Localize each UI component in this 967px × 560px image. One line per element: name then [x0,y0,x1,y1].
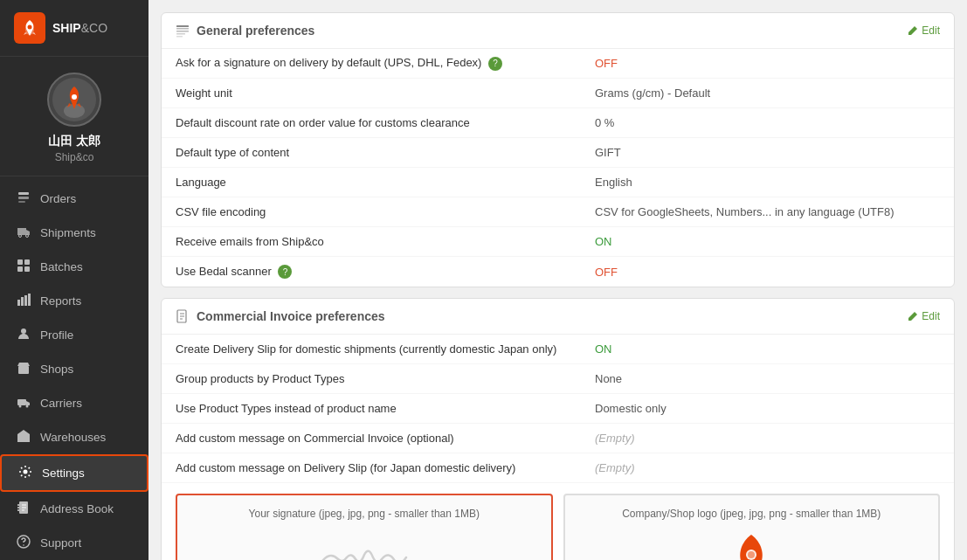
pref-value: Domestic only [595,402,940,415]
svg-rect-16 [24,295,27,306]
svg-rect-39 [176,33,185,35]
sidebar-item-label: Settings [42,467,85,480]
svg-rect-24 [21,437,26,442]
signature-upload-box[interactable]: Your signature (jpeg, jpg, png - smaller… [176,494,553,560]
main-content: General preferences Edit Ask for a signa… [149,0,967,560]
pref-value: GIFT [595,146,940,159]
sidebar-item-shops[interactable]: Shops [0,352,149,386]
pref-row: Create Delivery Slip for domestic shipme… [162,335,954,364]
sidebar-item-label: Support [40,536,81,550]
pencil-icon [908,25,918,36]
svg-rect-12 [17,266,23,272]
sidebar-item-label: Orders [40,192,76,205]
sidebar-item-orders[interactable]: Orders [0,182,149,216]
pencil-icon [908,311,918,321]
pref-value: 0 % [595,116,940,129]
pref-row: Default discount rate on order value for… [162,108,954,138]
svg-rect-13 [24,266,30,272]
avatar [47,73,101,127]
commercial-prefs-title: Commercial Invoice preferences [176,309,385,323]
company-logo-image [725,530,777,560]
sidebar-item-profile[interactable]: Profile [0,318,149,352]
signature-label: Your signature (jpeg, jpg, png - smaller… [249,508,480,520]
help-badge[interactable]: ? [278,265,292,279]
pref-row: Use Bedal scanner ? OFF [162,257,954,287]
svg-rect-21 [17,399,26,405]
general-prefs-edit-button[interactable]: Edit [908,24,940,37]
svg-rect-40 [176,36,183,38]
sidebar: SHIP&CO 山田 太郎 Ship&co [0,0,149,560]
pref-row: Default type of content GIFT [162,138,954,168]
sidebar-item-label: Shops [40,363,73,376]
svg-rect-6 [18,197,29,199]
logo-preview [699,530,804,560]
svg-point-46 [748,551,755,558]
svg-point-23 [26,405,29,408]
sidebar-item-reports[interactable]: Reports [0,284,149,318]
svg-rect-15 [21,297,24,306]
logo-area: SHIP&CO [0,0,149,57]
commercial-prefs-edit-button[interactable]: Edit [908,310,940,322]
svg-rect-28 [17,507,19,508]
svg-rect-36 [176,25,189,27]
svg-point-1 [28,25,32,30]
general-prefs-header: General preferences Edit [162,13,954,49]
sidebar-item-warehouses[interactable]: Warehouses [0,420,149,454]
pref-value: (Empty) [595,432,940,445]
pref-value: (Empty) [595,461,940,474]
user-name: 山田 太郎 [48,134,100,149]
pref-row: Group products by Product Types None [162,364,954,394]
svg-rect-5 [18,192,29,195]
pref-value: English [595,176,940,189]
sidebar-item-label: Batches [40,260,83,273]
sidebar-item-support[interactable]: Support [0,526,149,560]
prefs-icon [176,24,190,38]
svg-point-34 [23,544,24,546]
shipments-icon [16,225,31,241]
profile-icon [16,327,31,343]
logo-upload-box[interactable]: Company/Shop logo (jpeg, jpg, png - smal… [563,494,941,560]
commercial-prefs-body: Create Delivery Slip for domestic shipme… [162,335,954,560]
pref-value: ON [595,342,940,356]
sidebar-item-label: Address Book [40,502,114,515]
svg-rect-29 [17,509,19,511]
svg-point-9 [26,235,29,238]
sidebar-item-batches[interactable]: Batches [0,250,149,284]
address-book-icon [16,501,31,517]
sidebar-item-address-book[interactable]: Address Book [0,492,149,526]
svg-rect-14 [17,300,20,306]
svg-rect-38 [176,31,189,32]
sidebar-item-label: Carriers [40,397,82,410]
reports-icon [16,293,31,309]
brand-name: SHIP&CO [52,21,107,35]
pref-row: Add custom message on Commercial Invoice… [162,424,954,453]
settings-icon [17,465,33,481]
user-account: Ship&co [55,151,94,163]
commercial-prefs-card: Commercial Invoice preferences Edit Crea… [161,298,955,560]
svg-point-18 [21,328,26,334]
svg-rect-7 [18,201,25,203]
sidebar-item-shipments[interactable]: Shipments [0,216,149,250]
svg-rect-37 [176,28,189,30]
svg-point-4 [72,94,77,100]
shops-icon [16,361,31,377]
help-badge[interactable]: ? [488,57,502,71]
sidebar-item-label: Warehouses [40,431,106,444]
batches-icon [16,259,31,275]
pref-row: Add custom message on Delivery Slip (for… [162,453,954,483]
pref-value: OFF [595,266,940,279]
pref-row: Use Product Types instead of product nam… [162,394,954,424]
pref-value: ON [595,235,940,248]
warehouses-icon [16,429,31,446]
support-icon [16,535,31,551]
sidebar-item-label: Profile [40,328,73,342]
nav-menu: Orders Shipments Batches [0,176,149,560]
invoice-icon [176,309,190,323]
sidebar-item-carriers[interactable]: Carriers [0,386,149,420]
svg-point-8 [19,235,22,238]
signature-image [312,533,417,561]
user-avatar-section: 山田 太郎 Ship&co [0,57,149,176]
sidebar-item-settings[interactable]: Settings [0,454,149,492]
pref-row: Weight unit Grams (g/cm) - Default [162,79,954,108]
pref-value: Grams (g/cm) - Default [595,86,940,100]
